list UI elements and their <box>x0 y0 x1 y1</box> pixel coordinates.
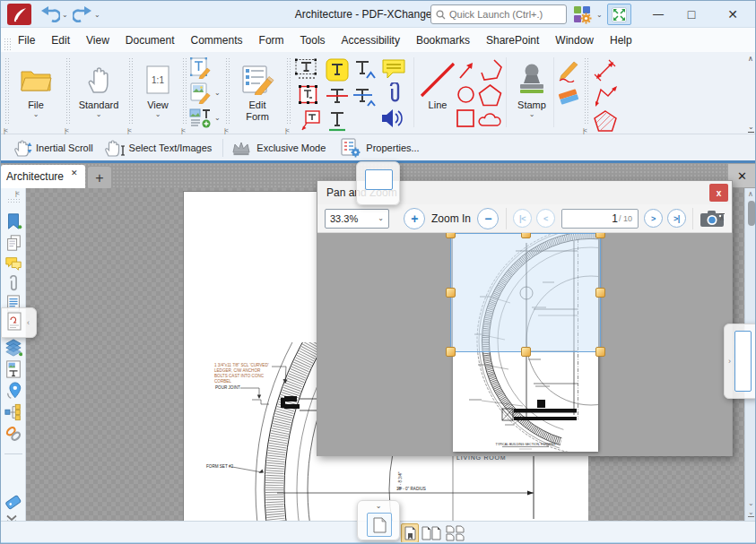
underline-text-icon[interactable] <box>326 110 349 134</box>
pan-zoom-content[interactable]: TYPICAL BUILDING SECTION, FORMING <box>317 233 732 456</box>
chevron-down-icon[interactable]: ⌄ <box>214 115 221 122</box>
close-button[interactable]: ✕ <box>716 4 750 25</box>
drag-handle[interactable] <box>286 57 292 125</box>
drag-handle[interactable] <box>182 57 188 125</box>
view-button[interactable]: 1:1 View ⌄ <box>135 54 180 118</box>
two-page-layout-button[interactable] <box>421 523 442 543</box>
area-tool-icon[interactable] <box>593 109 619 134</box>
undo-button[interactable] <box>40 5 60 23</box>
selection-handle-top-left[interactable] <box>446 233 456 238</box>
drag-handle[interactable] <box>4 57 11 125</box>
scroll-up-icon[interactable]: ∧ <box>748 190 753 198</box>
drag-handle[interactable] <box>7 198 20 204</box>
menu-comments[interactable]: Comments <box>183 29 251 52</box>
arrow-tool-icon[interactable] <box>457 59 475 81</box>
drag-handle[interactable] <box>4 38 11 50</box>
drag-handle[interactable] <box>584 57 590 125</box>
text-box-tool-icon[interactable] <box>298 84 318 105</box>
pan-and-zoom-window[interactable]: Pan and Zoom x 33.3% ⌄ + Zoom In − |< < … <box>317 180 733 456</box>
menu-form[interactable]: Form <box>251 29 292 52</box>
tab-architecture[interactable]: Architecture ✕ <box>1 165 85 191</box>
perimeter-tool-icon[interactable] <box>593 84 619 108</box>
insert-text-icon[interactable] <box>352 59 378 81</box>
menu-document[interactable]: Document <box>117 29 183 52</box>
undo-dropdown-icon[interactable]: ⌄ <box>62 12 68 19</box>
page-layout-flyout[interactable]: ⌄ <box>357 500 400 540</box>
line-tool-button[interactable]: Line <box>417 54 458 110</box>
layers-panel-icon[interactable] <box>4 339 22 357</box>
rectangle-tool-icon[interactable] <box>456 108 475 128</box>
bookmarks-panel-icon[interactable] <box>4 212 22 230</box>
highlight-text-icon[interactable] <box>326 58 349 82</box>
drag-handle[interactable] <box>128 57 135 125</box>
standard-tool-button[interactable]: Standard ⌄ <box>73 54 125 118</box>
destinations-panel-icon[interactable] <box>4 382 22 400</box>
zoom-out-button[interactable]: − <box>477 208 499 229</box>
selection-handle-bottom-right[interactable] <box>595 347 605 357</box>
menu-window[interactable]: Window <box>547 29 602 52</box>
quick-launch-input[interactable] <box>449 9 555 20</box>
menu-help[interactable]: Help <box>602 29 640 52</box>
toolbar-scroll-down-icon[interactable]: ⌄ <box>748 124 754 133</box>
selection-handle-bottom-middle[interactable] <box>521 347 531 357</box>
menu-bookmarks[interactable]: Bookmarks <box>408 29 478 52</box>
last-page-button[interactable]: >| <box>667 209 686 228</box>
menu-tools[interactable]: Tools <box>292 29 334 52</box>
zoom-in-button[interactable]: + <box>404 208 425 229</box>
tab-close-icon[interactable]: ✕ <box>71 168 78 177</box>
distance-tool-icon[interactable] <box>593 58 617 82</box>
selection-handle-middle-right[interactable] <box>595 288 605 298</box>
select-text-icon[interactable] <box>104 139 126 157</box>
new-tab-button[interactable]: + <box>88 167 111 189</box>
pencil-tool-icon[interactable] <box>557 58 582 82</box>
typewriter-tool-icon[interactable] <box>294 58 318 82</box>
inertial-scroll-label[interactable]: Inertial Scroll <box>36 142 93 153</box>
selection-handle-top-right[interactable] <box>595 233 605 238</box>
two-page-continuous-layout-button[interactable] <box>444 523 467 543</box>
drag-handle[interactable] <box>225 57 231 125</box>
polygon-tool-icon[interactable] <box>478 83 502 107</box>
attachments-panel-icon[interactable] <box>4 275 22 293</box>
single-page-layout-button[interactable] <box>367 513 392 537</box>
links-panel-icon[interactable] <box>4 425 22 443</box>
edit-text-icon[interactable] <box>189 57 213 79</box>
menu-file[interactable]: File <box>10 29 43 52</box>
maximize-button[interactable]: □ <box>678 4 705 25</box>
menu-view[interactable]: View <box>78 29 117 52</box>
sessions-icon[interactable] <box>572 4 594 24</box>
edit-form-button[interactable]: Edit Form <box>232 54 282 122</box>
content-panel-icon[interactable] <box>4 360 22 378</box>
pan-zoom-scale-select[interactable]: 33.3% ⌄ <box>325 209 389 229</box>
first-page-button[interactable]: |< <box>513 209 532 228</box>
selection-handle-middle-left[interactable] <box>446 288 456 298</box>
exclusive-mode-label[interactable]: Exclusive Mode <box>256 142 326 153</box>
redo-dropdown-icon[interactable]: ⌄ <box>94 12 100 19</box>
strikeout-text-icon[interactable] <box>326 86 349 108</box>
comments-panel-icon[interactable] <box>4 255 22 272</box>
scrollbar-thumb[interactable] <box>748 201 755 226</box>
right-panel-flyout-handle[interactable]: › <box>724 324 756 399</box>
next-page-button[interactable]: > <box>644 209 663 228</box>
callout-tool-icon[interactable] <box>300 109 321 133</box>
sticky-note-icon[interactable] <box>381 58 406 82</box>
drag-handle[interactable] <box>65 57 72 125</box>
pan-zoom-tool-flyout[interactable] <box>356 161 400 205</box>
properties-label[interactable]: Properties... <box>366 142 419 153</box>
exclusive-mode-icon[interactable] <box>230 139 252 157</box>
attachment-icon[interactable] <box>385 82 404 106</box>
redo-button[interactable] <box>73 5 92 23</box>
toolbar-scroll-up-icon[interactable]: ∧ <box>748 56 753 63</box>
pan-zoom-close-button[interactable]: x <box>709 184 728 202</box>
thumbnails-panel-icon[interactable] <box>4 234 22 252</box>
cloud-tool-icon[interactable] <box>477 108 503 131</box>
pan-zoom-collapse-icon[interactable]: ∧ <box>719 213 725 222</box>
structure-panel-icon[interactable] <box>4 403 22 421</box>
properties-icon[interactable] <box>340 138 361 158</box>
pan-zoom-page-field[interactable]: 1 / 10 <box>561 209 639 229</box>
file-button[interactable]: File ⌄ <box>12 54 60 118</box>
eraser-tool-icon[interactable] <box>557 86 580 108</box>
menu-accessibility[interactable]: Accessibility <box>334 29 408 52</box>
minimize-button[interactable]: — <box>645 4 672 25</box>
chevron-down-icon[interactable]: ⌄ <box>214 90 221 97</box>
circle-tool-icon[interactable] <box>456 85 475 104</box>
